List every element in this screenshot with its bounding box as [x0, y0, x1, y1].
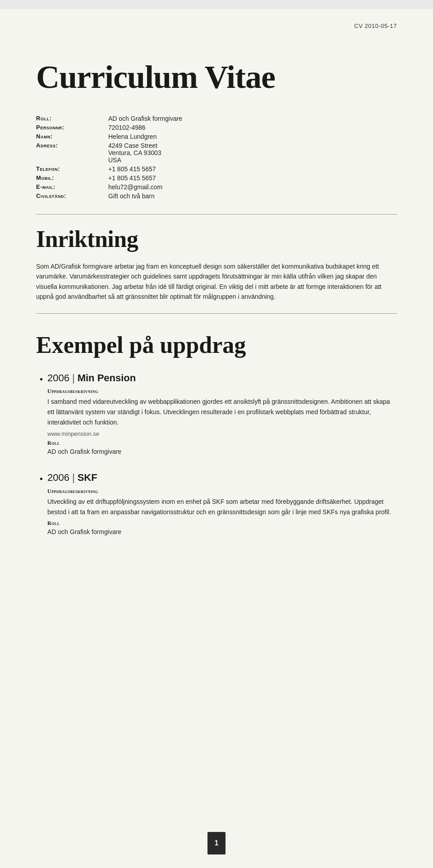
project-year-1: 2006 [47, 372, 69, 384]
divider-1 [36, 214, 397, 215]
page-number-container: 1 [207, 832, 226, 854]
project-desc-1: I samband med vidareutveckling av webbap… [47, 397, 397, 428]
page-number: 1 [207, 832, 226, 854]
project-list: 2006|Min Pension Uppdragsbeskrivning I s… [36, 372, 397, 536]
inriktning-text: Som AD/Grafisk formgivare arbetar jag fr… [36, 261, 397, 302]
cv-date: CV 2010-05-17 [354, 23, 397, 29]
cv-title: Curriculum Vitae [36, 59, 397, 96]
personnr-value: 720102-4986 [108, 123, 397, 132]
uppdrag-label-1: Uppdragsbeskrivning [47, 388, 397, 395]
roll-value: AD och Grafisk formgivare [108, 114, 397, 123]
personal-info-table: Roll: AD och Grafisk formgivare Personnr… [36, 114, 397, 201]
mobil-value: +1 805 415 5657 [108, 174, 397, 183]
mobil-label: Mobil: [36, 174, 108, 183]
personnr-label: Personnr: [36, 123, 108, 132]
namn-value: Helena Lundgren [108, 132, 397, 141]
roll-value-1: AD och Grafisk formgivare [47, 448, 121, 455]
telefon-value: +1 805 415 5657 [108, 164, 397, 174]
roll-label: Roll: [36, 114, 108, 123]
inriktning-title: Inriktning [36, 226, 397, 252]
project-year-2: 2006 [47, 472, 69, 483]
cv-page: CV 2010-05-17 Curriculum Vitae Roll: AD … [0, 9, 433, 868]
civilstand-label: Civilstånd: [36, 192, 108, 201]
project-item-skf: 2006|SKF Uppdragsbeskrivning Utveckling … [47, 471, 397, 536]
uppdrag-label-2: Uppdragsbeskrivning [47, 488, 397, 495]
email-value: helu72@gmail.com [108, 183, 397, 192]
project-item-min-pension: 2006|Min Pension Uppdragsbeskrivning I s… [47, 372, 397, 456]
project-header-2: 2006|SKF [47, 471, 397, 484]
project-name-2: SKF [78, 472, 97, 483]
exempel-title: Exempel på uppdrag [36, 332, 397, 358]
civilstand-value: Gift och två barn [108, 192, 397, 201]
project-name-1: Min Pension [78, 372, 136, 384]
roll-label-2: Roll [47, 520, 397, 527]
namn-label: Namn: [36, 132, 108, 141]
roll-value-2: AD och Grafisk formgivare [47, 528, 121, 535]
project-desc-2: Utveckling av ett driftuppföljningssyste… [47, 497, 397, 517]
divider-2 [36, 313, 397, 314]
roll-label-1: Roll [47, 440, 397, 447]
email-label: E-mail: [36, 183, 108, 192]
adress-label: Adress: [36, 141, 108, 164]
telefon-label: Telefon: [36, 164, 108, 174]
project-link-1: www.minpension.se [47, 430, 397, 437]
adress-value: 4249 Case Street Ventura, CA 93003 USA [108, 141, 397, 164]
project-header-1: 2006|Min Pension [47, 372, 397, 385]
